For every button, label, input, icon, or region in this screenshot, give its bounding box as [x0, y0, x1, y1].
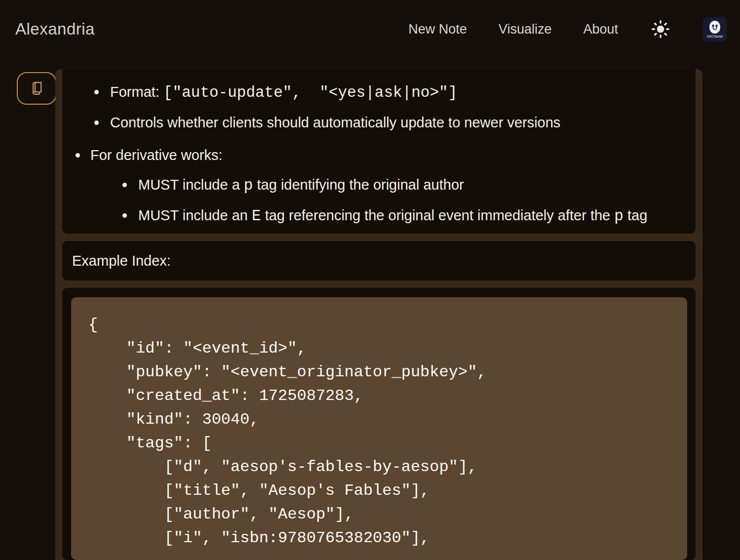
sun-icon — [651, 19, 670, 39]
nav-new-note[interactable]: New Note — [408, 22, 467, 37]
format-label: Format: — [110, 84, 163, 100]
controls-text: Controls whether clients should automati… — [110, 115, 560, 130]
list-item-derivative: For derivative works: MUST include a p t… — [62, 145, 696, 227]
gitcitadel-owl-icon — [708, 20, 721, 34]
top-nav: Alexandria New Note Visualize About — [0, 0, 740, 58]
p-tag-code: p — [244, 177, 253, 194]
document-frame: Format: ["auto-update", "<yes|ask|no>"] … — [55, 69, 702, 560]
book-icon — [28, 80, 45, 97]
spec-rules-card: Format: ["auto-update", "<yes|ask|no>"] … — [62, 69, 696, 234]
nav-about[interactable]: About — [583, 22, 618, 37]
example-index-heading: Example Index: — [72, 253, 171, 269]
nav-links: New Note Visualize About — [408, 17, 727, 41]
format-code: ["auto-update", "<yes|ask|no>"] — [163, 84, 457, 101]
p-tag-code2: p — [614, 207, 623, 225]
code-card: { "id": "<event_id>", "pubkey": "<event_… — [62, 288, 696, 560]
example-index-card: Example Index: — [62, 241, 696, 280]
gitcitadel-logo-label: GitCitadel — [707, 35, 723, 38]
derivative-sublist: MUST include a p tag identifying the ori… — [90, 174, 696, 227]
derivative-label: For derivative works: — [90, 147, 223, 163]
nav-visualize[interactable]: Visualize — [499, 22, 552, 37]
toc-toggle-button[interactable] — [17, 72, 56, 105]
gitcitadel-logo[interactable]: GitCitadel — [703, 17, 727, 41]
list-item-controls: Controls whether clients should automati… — [62, 112, 696, 133]
list-item-format: Format: ["auto-update", "<yes|ask|no>"] — [62, 81, 696, 103]
list-item-must-e: MUST include an E tag referencing the or… — [90, 205, 696, 227]
e-tag-code: E — [252, 207, 261, 225]
rules-list: Format: ["auto-update", "<yes|ask|no>"] … — [62, 69, 696, 227]
list-item-must-p: MUST include a p tag identifying the ori… — [90, 174, 696, 196]
theme-toggle-button[interactable] — [650, 18, 671, 40]
app-title[interactable]: Alexandria — [15, 20, 95, 39]
json-code-block: { "id": "<event_id>", "pubkey": "<event_… — [71, 297, 687, 560]
